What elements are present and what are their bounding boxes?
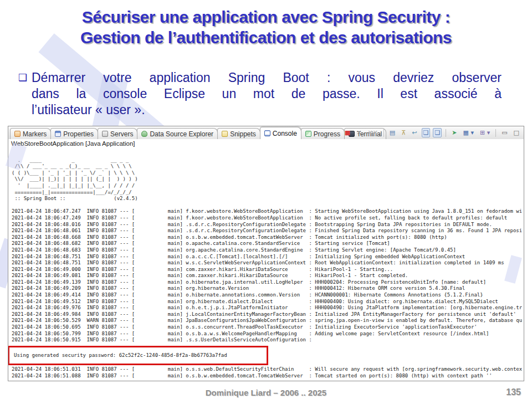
console-log-line: =========|_|==============|___/=/_/_/_/ — [12, 190, 522, 196]
open-console-icon[interactable]: ⊞ ▾ — [478, 128, 492, 137]
bullet-text-line3: l’utilisateur « user ». — [32, 102, 502, 118]
tab-data-source-explorer[interactable]: Data Source Explorer — [137, 128, 218, 139]
tab-servers[interactable]: Servers — [98, 128, 137, 139]
console-log-line: 2021-04-24 18:06:50.695 INFO 81087 --- [… — [12, 324, 522, 331]
eclipse-console-view: MarkersPropertiesServersData Source Expl… — [8, 126, 524, 381]
tab-label: Markers — [23, 130, 47, 138]
console-log-line: 2021-04-24 18:06:48.683 INFO 81087 --- [… — [12, 247, 522, 254]
console-log-line: 2021-04-24 18:06:49.976 INFO 81087 --- [… — [12, 305, 522, 311]
launch-label: WebStoreBootApplication [Java Applicatio… — [8, 139, 524, 150]
console-icon — [264, 130, 270, 136]
console-log-line: 2021-04-24 18:06:48.668 INFO 81087 --- [… — [12, 234, 522, 241]
console-log-line: 2021-04-24 18:06:48.751 INFO 81087 --- [… — [12, 260, 522, 267]
bullet-square-icon: ❑ — [18, 71, 27, 84]
bullet-text-line2: dans la console Eclipse un mot de passe.… — [32, 86, 502, 102]
console-log-line: 2021-04-24 18:06:49.414 INFO 81087 --- [… — [12, 292, 522, 299]
console-log-line: 2021-04-24 18:06:48.016 INFO 81087 --- [… — [12, 222, 522, 228]
tab-snippets[interactable]: Snippets — [217, 128, 260, 139]
slide-title-line1: Sécuriser une application avec Spring Se… — [0, 7, 532, 27]
markers-icon — [14, 131, 21, 137]
console-log-line: :: Spring Boot :: (v2.4.5) — [12, 196, 522, 202]
clear-console-icon[interactable]: ▤ — [388, 128, 397, 137]
console-log-line: Using generated security password: 62c52… — [14, 352, 264, 359]
console-log-line: 2021-04-24 18:06:51.031 INFO 81087 --- [… — [12, 366, 522, 373]
scroll-lock-icon[interactable]: ⊼ — [400, 128, 407, 137]
slide-title: Sécuriser une application avec Spring Se… — [0, 7, 532, 48]
maximize-icon[interactable]: □ — [512, 128, 521, 137]
terminate-icon[interactable]: ■ — [343, 128, 352, 137]
console-log-line: 2021-04-24 18:06:48.682 INFO 81087 --- [… — [12, 241, 522, 247]
snippets-icon — [222, 131, 228, 137]
toolbar-divider — [446, 129, 446, 137]
console-log-line: ( ( )\___ | '_ | '_| | '_ \/ _` | \ \ \ … — [12, 170, 522, 177]
word-wrap-icon[interactable]: ↩ — [410, 128, 418, 137]
console-log-line: 2021-04-24 18:06:48.061 INFO 81087 --- [… — [12, 228, 522, 234]
footer-page-number: 135 — [506, 387, 521, 397]
footer-author: Dominique Liard – 2006 .. 2025 — [0, 388, 532, 397]
console-log-line: /\\ / ___'_ __ _ _(_)_ __ __ _ \ \ \ \ — [12, 163, 522, 170]
toolbar-divider — [495, 129, 496, 137]
console-log-line: 2021-04-24 18:06:47.249 INFO 81087 --- [… — [12, 215, 522, 222]
eclipse-tabbar: MarkersPropertiesServersData Source Expl… — [8, 126, 524, 140]
console-log-line: 2021-04-24 18:06:50.529 WARN 81087 --- [… — [12, 318, 522, 324]
tab-label: Progress — [314, 130, 340, 138]
console-log-line: 2021-04-24 18:06:49.000 INFO 81087 --- [… — [12, 267, 522, 273]
show-stderr-icon[interactable]: ❏ — [433, 128, 442, 137]
tab-label: Data Source Explorer — [150, 130, 213, 138]
slide-title-line2: Gestion de l’authentification et des aut… — [0, 27, 532, 48]
console-log-line: ' |____| .__|_| |_|_| |_\__, | / / / / — [12, 183, 522, 190]
progress-icon — [305, 131, 311, 137]
console-log-line: 2021-04-24 18:06:49.512 INFO 81087 --- [… — [12, 299, 522, 305]
tab-label: Snippets — [230, 130, 256, 138]
minimize-icon[interactable]: ▭ — [500, 128, 509, 137]
console-log-line — [12, 202, 522, 209]
generated-password-highlight: Using generated security password: 62c52… — [8, 346, 268, 366]
servers-icon — [102, 131, 108, 137]
console-output[interactable]: . ____ _ __ _ _ /\\ / ___'_ __ _ _(_)_ _… — [8, 149, 522, 380]
toolbar-divider — [383, 129, 384, 137]
data-source-icon — [141, 131, 147, 137]
tab-progress[interactable]: Progress — [301, 128, 345, 139]
console-log-line: 2021-04-24 18:06:49.984 INFO 81087 --- [… — [12, 311, 522, 318]
show-stdout-icon[interactable]: ❏ — [422, 128, 431, 137]
console-log-line: 2021-04-24 18:06:48.751 INFO 81087 --- [… — [12, 254, 522, 260]
remove-launch-icon[interactable]: ✕ — [355, 128, 363, 137]
tab-properties[interactable]: Properties — [50, 128, 98, 139]
tab-label: Servers — [110, 130, 133, 138]
display-console-icon[interactable]: ▦ ▾ — [462, 128, 475, 137]
console-log-line — [12, 151, 522, 157]
tab-console[interactable]: Console — [260, 127, 301, 139]
properties-icon — [55, 131, 61, 137]
console-log-line: 2021-04-24 18:06:50.799 INFO 81087 --- [… — [12, 331, 522, 337]
console-log-line: . ____ _ __ _ _ — [12, 157, 522, 164]
eclipse-tabbar-tabs: MarkersPropertiesServersData Source Expl… — [8, 126, 386, 139]
console-log-line: 2021-04-24 18:06:49.209 INFO 81087 --- [… — [12, 285, 522, 292]
remove-all-launches-icon[interactable]: ✕✕ — [366, 128, 379, 137]
console-log-line: 2021-04-24 18:06:51.088 INFO 81087 --- [… — [12, 373, 522, 380]
console-log-line: 2021-04-24 18:06:49.139 INFO 81087 --- [… — [12, 279, 522, 286]
tab-label: Console — [273, 130, 297, 137]
console-log-line: 2021-04-24 18:06:49.081 INFO 81087 --- [… — [12, 273, 522, 279]
console-log-line: 2021-04-24 18:06:47.247 INFO 81087 --- [… — [12, 208, 522, 215]
bullet-paragraph: ❑ Démarrer votre application Spring Boot… — [18, 70, 502, 118]
console-toolbar: ■✕✕✕▤⊼↩❏❏➤▦ ▾⊞ ▾▭□ — [343, 127, 521, 138]
tab-label: Properties — [63, 130, 94, 138]
console-log-line: 2021-04-24 18:06:50.915 INFO 81087 --- [… — [12, 337, 522, 344]
pin-console-icon[interactable]: ➤ — [450, 128, 458, 137]
console-log-line: 2021-04-24 18:06:51.097 INFO 81087 --- [… — [12, 380, 522, 380]
tab-markers[interactable]: Markers — [10, 128, 51, 139]
console-log-line: \\/ ___)| |_)| | | | | || (_| | ) ) ) ) — [12, 176, 522, 183]
bullet-text-line1: Démarrer votre application Spring Boot :… — [32, 70, 502, 86]
